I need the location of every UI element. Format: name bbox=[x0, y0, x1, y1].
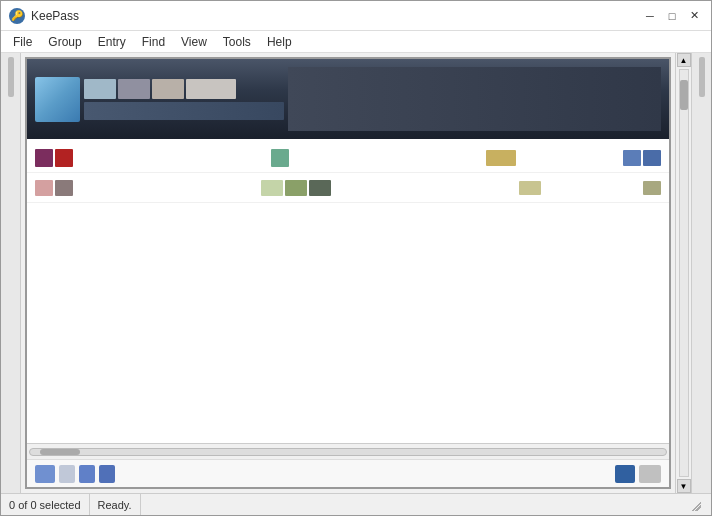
h-scroll-thumb[interactable] bbox=[40, 449, 80, 455]
row2-far-1 bbox=[643, 181, 661, 195]
horizontal-scrollbar[interactable] bbox=[27, 443, 669, 459]
action-btn-2[interactable] bbox=[59, 465, 75, 483]
status-ready: Ready. bbox=[90, 494, 141, 515]
center-area bbox=[21, 53, 675, 493]
menu-bar: File Group Entry Find View Tools Help bbox=[1, 31, 711, 53]
row1-mid-icons bbox=[271, 149, 289, 167]
banner-icons-group bbox=[84, 79, 284, 120]
banner-pixel-2 bbox=[118, 79, 150, 99]
row2-right-1 bbox=[519, 181, 541, 195]
row2-right-icons bbox=[519, 181, 541, 195]
row2-mid-1 bbox=[261, 180, 283, 196]
menu-group[interactable]: Group bbox=[40, 31, 89, 52]
action-btn-1[interactable] bbox=[35, 465, 55, 483]
menu-file[interactable]: File bbox=[5, 31, 40, 52]
app-icon: 🔑 bbox=[9, 8, 25, 24]
entries-container bbox=[27, 139, 669, 207]
status-bar: 0 of 0 selected Ready. bbox=[1, 493, 711, 515]
maximize-button[interactable]: □ bbox=[663, 7, 681, 25]
table-row[interactable] bbox=[27, 173, 669, 203]
resize-grip bbox=[681, 494, 711, 515]
row2-mid-icons bbox=[261, 180, 331, 196]
header-banner bbox=[27, 59, 669, 139]
window-controls: ─ □ ✕ bbox=[641, 7, 703, 25]
row1-right-icons bbox=[486, 150, 516, 166]
right-sidebar-handle[interactable] bbox=[699, 57, 705, 97]
window-title: KeePass bbox=[31, 9, 641, 23]
row2-mid-3 bbox=[309, 180, 331, 196]
row2-icon-2 bbox=[55, 180, 73, 196]
table-area[interactable] bbox=[27, 139, 669, 443]
v-scroll-thumb[interactable] bbox=[680, 80, 688, 110]
row1-far-2 bbox=[643, 150, 661, 166]
status-selection: 0 of 0 selected bbox=[1, 494, 90, 515]
title-bar: 🔑 KeePass ─ □ ✕ bbox=[1, 1, 711, 31]
banner-pixel-3 bbox=[152, 79, 184, 99]
menu-find[interactable]: Find bbox=[134, 31, 173, 52]
row1-far-1 bbox=[623, 150, 641, 166]
row1-left-icons bbox=[35, 149, 73, 167]
banner-pixel-1 bbox=[84, 79, 116, 99]
h-scroll-track[interactable] bbox=[29, 448, 667, 456]
main-content: ▲ ▼ bbox=[1, 53, 711, 493]
action-btn-right[interactable] bbox=[615, 465, 635, 483]
inner-panel bbox=[25, 57, 671, 489]
action-btn-right2[interactable] bbox=[639, 465, 661, 483]
v-scroll-up[interactable]: ▲ bbox=[677, 53, 691, 67]
menu-view[interactable]: View bbox=[173, 31, 215, 52]
resize-grip-icon[interactable] bbox=[689, 499, 701, 511]
main-window: 🔑 KeePass ─ □ ✕ File Group Entry Find Vi… bbox=[0, 0, 712, 516]
bottom-action-bar bbox=[27, 459, 669, 487]
v-scroll-track[interactable] bbox=[679, 69, 689, 477]
right-sidebar bbox=[691, 53, 711, 493]
action-btn-4[interactable] bbox=[99, 465, 115, 483]
menu-entry[interactable]: Entry bbox=[90, 31, 134, 52]
banner-bg bbox=[288, 67, 661, 131]
menu-tools[interactable]: Tools bbox=[215, 31, 259, 52]
sidebar-handle[interactable] bbox=[8, 57, 14, 97]
action-btn-3[interactable] bbox=[79, 465, 95, 483]
menu-help[interactable]: Help bbox=[259, 31, 300, 52]
row2-far-icons bbox=[643, 181, 661, 195]
row1-mid-1 bbox=[271, 149, 289, 167]
left-sidebar bbox=[1, 53, 21, 493]
close-button[interactable]: ✕ bbox=[685, 7, 703, 25]
row1-far-icons bbox=[623, 150, 661, 166]
row1-right-1 bbox=[486, 150, 516, 166]
row2-icon-1 bbox=[35, 180, 53, 196]
row2-mid-2 bbox=[285, 180, 307, 196]
banner-pixel-5 bbox=[84, 102, 284, 120]
banner-pixel-4 bbox=[186, 79, 236, 99]
minimize-button[interactable]: ─ bbox=[641, 7, 659, 25]
vertical-scrollbar[interactable]: ▲ ▼ bbox=[675, 53, 691, 493]
row1-icon-2 bbox=[55, 149, 73, 167]
banner-icon-1 bbox=[35, 77, 80, 122]
table-row[interactable] bbox=[27, 143, 669, 173]
row2-left-icons bbox=[35, 180, 73, 196]
row1-icon-1 bbox=[35, 149, 53, 167]
v-scroll-down[interactable]: ▼ bbox=[677, 479, 691, 493]
